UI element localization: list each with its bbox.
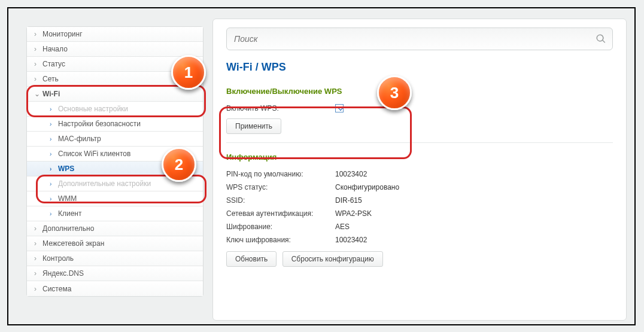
label-auth: Сетевая аутентификация: bbox=[226, 209, 335, 218]
search-input[interactable] bbox=[227, 28, 612, 50]
nav-control[interactable]: ›Контроль bbox=[27, 251, 203, 266]
value-status: Сконфигурировано bbox=[335, 183, 399, 191]
info-table: PIN-код по умолчанию: 10023402 WPS стату… bbox=[226, 170, 613, 244]
nav-label: Дополнительные настройки bbox=[58, 179, 151, 188]
chevron-right-icon: › bbox=[50, 121, 58, 127]
nav-label: Клиент bbox=[58, 209, 82, 218]
sidebar: ›Мониторинг ›Начало ›Статус ›Сеть ⌄Wi-Fi… bbox=[26, 26, 203, 297]
label-key: Ключ шифрования: bbox=[226, 236, 335, 244]
row-status: WPS статус: Сконфигурировано bbox=[226, 183, 613, 191]
nav-wifi-wmm[interactable]: ›WMM bbox=[27, 191, 203, 206]
nav-label: Система bbox=[42, 285, 71, 293]
breadcrumb: Wi-Fi / WPS bbox=[226, 61, 613, 74]
reset-config-button[interactable]: Сбросить конфигурацию bbox=[282, 251, 383, 267]
nav-wifi-extra[interactable]: ›Дополнительные настройки bbox=[27, 176, 203, 191]
section-info-title: Информация bbox=[226, 153, 613, 162]
nav-label: MAC-фильтр bbox=[58, 135, 101, 143]
value-enc: AES bbox=[335, 223, 350, 231]
refresh-button[interactable]: Обновить bbox=[226, 251, 277, 267]
nav-label: Основные настройки bbox=[58, 105, 128, 113]
nav-label: Яндекс.DNS bbox=[42, 269, 84, 278]
chevron-right-icon: › bbox=[50, 181, 58, 187]
nav-wifi-client[interactable]: ›Клиент bbox=[27, 206, 203, 221]
search-box bbox=[226, 28, 613, 50]
nav-net[interactable]: ›Сеть bbox=[27, 72, 203, 87]
nav-start[interactable]: ›Начало bbox=[27, 42, 203, 57]
nav-label: Статус bbox=[42, 60, 65, 68]
main-panel: Wi-Fi / WPS Включение/Выключение WPS Вкл… bbox=[212, 19, 627, 321]
nav-label: Список WiFi клиентов bbox=[58, 150, 130, 158]
nav-system[interactable]: ›Система bbox=[27, 281, 203, 296]
row-key: Ключ шифрования: 10023402 bbox=[226, 236, 613, 244]
nav-label: Контроль bbox=[42, 254, 74, 263]
apply-button[interactable]: Применить bbox=[226, 118, 281, 134]
divider bbox=[226, 142, 613, 143]
chevron-right-icon: › bbox=[34, 239, 42, 248]
label-enable-wps: Включить WPS: bbox=[226, 104, 335, 112]
section-wps-toggle-title: Включение/Выключение WPS bbox=[226, 87, 613, 96]
app-frame: ›Мониторинг ›Начало ›Статус ›Сеть ⌄Wi-Fi… bbox=[7, 7, 636, 325]
nav-label: WMM bbox=[58, 194, 77, 203]
nav-label: Начало bbox=[42, 45, 68, 53]
row-auth: Сетевая аутентификация: WPA2-PSK bbox=[226, 209, 613, 218]
chevron-right-icon: › bbox=[34, 75, 42, 83]
chevron-right-icon: › bbox=[34, 224, 42, 233]
nav-firewall[interactable]: ›Межсетевой экран bbox=[27, 236, 203, 251]
nav-monitoring[interactable]: ›Мониторинг bbox=[27, 27, 203, 42]
chevron-right-icon: › bbox=[34, 60, 42, 68]
chevron-right-icon: › bbox=[50, 166, 58, 172]
chevron-right-icon: › bbox=[50, 196, 58, 202]
checkbox-enable-wps[interactable] bbox=[335, 104, 344, 112]
nav-wifi-wps[interactable]: ›WPS bbox=[27, 162, 203, 176]
row-enc: Шифрование: AES bbox=[226, 223, 613, 231]
label-ssid: SSID: bbox=[226, 196, 335, 205]
label-status: WPS статус: bbox=[226, 183, 335, 191]
nav-label: Межсетевой экран bbox=[42, 239, 104, 248]
chevron-right-icon: › bbox=[50, 151, 58, 157]
chevron-right-icon: › bbox=[50, 211, 58, 217]
label-enc: Шифрование: bbox=[226, 223, 335, 231]
chevron-right-icon: › bbox=[34, 30, 42, 38]
nav-advanced[interactable]: ›Дополнительно bbox=[27, 221, 203, 236]
value-key: 10023402 bbox=[335, 236, 367, 244]
nav-yandex-dns[interactable]: ›Яндекс.DNS bbox=[27, 266, 203, 281]
chevron-right-icon: › bbox=[34, 254, 42, 263]
chevron-down-icon: ⌄ bbox=[34, 90, 42, 98]
nav-label: Wi-Fi bbox=[42, 90, 60, 98]
row-enable-wps: Включить WPS: bbox=[226, 104, 613, 112]
nav-label: Дополнительно bbox=[42, 224, 94, 233]
chevron-right-icon: › bbox=[34, 45, 42, 53]
nav-label: Сеть bbox=[42, 75, 59, 83]
nav-label: Настройки безопасности bbox=[58, 120, 141, 128]
value-ssid: DIR-615 bbox=[335, 196, 362, 205]
nav-wifi-basic[interactable]: ›Основные настройки bbox=[27, 102, 203, 117]
nav-status[interactable]: ›Статус bbox=[27, 57, 203, 72]
chevron-right-icon: › bbox=[50, 106, 58, 112]
nav-wifi[interactable]: ⌄Wi-Fi bbox=[27, 87, 203, 102]
value-auth: WPA2-PSK bbox=[335, 209, 372, 218]
chevron-right-icon: › bbox=[34, 285, 42, 293]
nav-wifi-security[interactable]: ›Настройки безопасности bbox=[27, 117, 203, 132]
value-pin: 10023402 bbox=[335, 170, 367, 178]
nav-label: WPS bbox=[58, 165, 74, 173]
nav-label: Мониторинг bbox=[42, 30, 83, 38]
nav-wifi-mac[interactable]: ›MAC-фильтр bbox=[27, 132, 203, 147]
row-pin: PIN-код по умолчанию: 10023402 bbox=[226, 170, 613, 178]
search-icon bbox=[596, 33, 606, 44]
row-ssid: SSID: DIR-615 bbox=[226, 196, 613, 205]
chevron-right-icon: › bbox=[34, 269, 42, 278]
chevron-right-icon: › bbox=[50, 136, 58, 142]
nav-wifi-clients[interactable]: ›Список WiFi клиентов bbox=[27, 147, 203, 162]
label-pin: PIN-код по умолчанию: bbox=[226, 170, 335, 178]
